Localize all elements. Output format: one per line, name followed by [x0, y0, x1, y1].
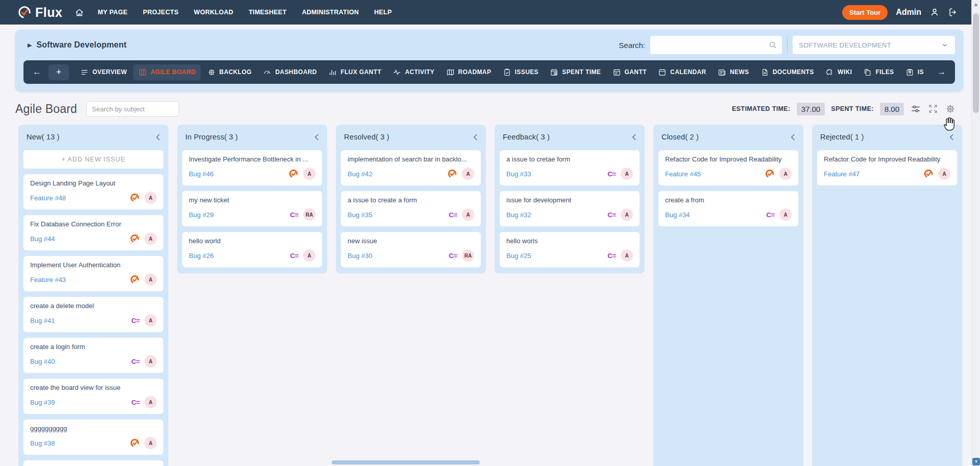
vertical-scrollbar[interactable]: ▼: [971, 0, 980, 466]
assignee-avatar[interactable]: A: [621, 249, 633, 262]
start-tour-button[interactable]: Start Tour: [842, 5, 888, 20]
filter-sliders-icon[interactable]: [910, 103, 921, 114]
breadcrumb[interactable]: ▶ Software Development: [28, 40, 127, 50]
issue-card[interactable]: create the board view for issueBug #39C=…: [23, 379, 163, 414]
collapse-column-icon[interactable]: [949, 134, 954, 141]
assignee-avatar[interactable]: A: [462, 168, 474, 180]
issue-card[interactable]: create a delete modelBug #41C=A: [23, 297, 163, 332]
tab-dashboard[interactable]: DASHBOARD: [258, 64, 322, 80]
fullscreen-icon[interactable]: [927, 103, 939, 114]
issue-card[interactable]: Fix Database Connection ErrorBug #44A: [23, 215, 163, 250]
tab-files[interactable]: FILES: [858, 64, 899, 80]
collapse-column-icon[interactable]: [156, 134, 160, 141]
issue-card[interactable]: create a fromBug #34C=A: [658, 191, 798, 226]
tabs-scroll-right-icon[interactable]: →: [935, 67, 948, 77]
issue-link[interactable]: Bug #39: [30, 399, 55, 406]
issue-link[interactable]: Bug #32: [506, 211, 531, 219]
issue-link[interactable]: Bug #33: [506, 170, 531, 178]
assignee-avatar[interactable]: RA: [462, 249, 474, 262]
add-tab-button[interactable]: +: [48, 64, 69, 80]
user-icon[interactable]: [929, 7, 940, 17]
assignee-avatar[interactable]: A: [621, 168, 633, 180]
collapse-column-icon[interactable]: [473, 134, 478, 141]
nav-item-timesheet[interactable]: TIMESHEET: [249, 9, 286, 16]
issue-link[interactable]: Bug #42: [348, 170, 372, 178]
issue-card[interactable]: Refactor Code for Improved ReadabilityFe…: [658, 150, 798, 185]
tab-roadmap[interactable]: ROADMAP: [441, 64, 497, 80]
issue-link[interactable]: Bug #46: [189, 170, 213, 178]
issue-card[interactable]: hello worlsBug #25C=A: [500, 232, 640, 267]
tab-wiki[interactable]: WIKI: [820, 64, 857, 80]
scroll-down-button[interactable]: ▼: [972, 458, 980, 465]
assignee-avatar[interactable]: A: [303, 249, 315, 262]
issue-card[interactable]: Implement User AuthenticationFeature #43…: [23, 256, 163, 291]
assignee-avatar[interactable]: A: [144, 273, 157, 286]
issue-link[interactable]: Bug #25: [506, 252, 531, 260]
assignee-avatar[interactable]: A: [144, 232, 157, 245]
assignee-avatar[interactable]: A: [779, 208, 792, 221]
issue-link[interactable]: Feature #48: [30, 194, 66, 202]
issue-card[interactable]: Design Landing Page LayoutFeature #48A: [23, 174, 163, 209]
assignee-avatar[interactable]: A: [621, 208, 633, 221]
home-icon[interactable]: [75, 8, 84, 17]
assignee-avatar[interactable]: A: [144, 355, 157, 367]
tab-overview[interactable]: OVERVIEW: [75, 64, 132, 80]
tab-documents[interactable]: DOCUMENTS: [755, 64, 819, 80]
issue-link[interactable]: Feature #43: [30, 276, 66, 284]
tab-agile-board[interactable]: AGILE BOARD: [133, 64, 201, 80]
horizontal-scrollbar-thumb[interactable]: [332, 460, 480, 464]
nav-item-projects[interactable]: PROJECTS: [143, 9, 179, 16]
vertical-scrollbar-thumb[interactable]: [973, 13, 979, 113]
issue-card[interactable]: ggggggggggBug #38A: [23, 420, 163, 455]
issue-card[interactable]: my new ticketBug #29C=RA: [182, 191, 322, 226]
assignee-avatar[interactable]: A: [779, 168, 792, 180]
scrollbar-up-arrow-icon[interactable]: [974, 3, 978, 6]
tab-gantt[interactable]: GANTT: [607, 64, 652, 80]
nav-item-help[interactable]: HELP: [374, 9, 392, 16]
username[interactable]: Admin: [896, 8, 921, 17]
issue-card[interactable]: a issue to create a formBug #35C=A: [341, 191, 481, 226]
issue-card[interactable]: implementation of search bar in backlo..…: [341, 150, 481, 185]
issue-link[interactable]: Feature #45: [665, 170, 701, 178]
assignee-avatar[interactable]: A: [462, 208, 474, 221]
nav-item-workload[interactable]: WORKLOAD: [194, 9, 233, 16]
tab-spent-time[interactable]: SPENT TIME: [545, 64, 606, 80]
issue-card[interactable]: new issueBug #30C=RA: [341, 232, 481, 267]
assignee-avatar[interactable]: A: [144, 314, 157, 327]
issue-link[interactable]: Bug #41: [30, 317, 55, 324]
logout-icon[interactable]: [948, 7, 958, 17]
assignee-avatar[interactable]: A: [303, 168, 315, 180]
issue-link[interactable]: Bug #44: [30, 235, 55, 243]
tab-issues[interactable]: ISSUES: [498, 64, 544, 80]
issue-link[interactable]: Bug #26: [189, 252, 213, 260]
global-search-input[interactable]: [650, 36, 782, 54]
issue-link[interactable]: Bug #34: [665, 211, 690, 219]
tabs-scroll-left-icon[interactable]: ←: [31, 67, 43, 77]
assignee-avatar[interactable]: A: [144, 192, 157, 204]
issue-link[interactable]: Bug #29: [189, 211, 213, 219]
tab-news[interactable]: NEWS: [713, 64, 754, 80]
assignee-avatar[interactable]: A: [938, 168, 950, 180]
nav-item-my-page[interactable]: MY PAGE: [97, 9, 128, 16]
issue-card[interactable]: Investigate Performance Bottleneck in ..…: [182, 150, 322, 185]
tab-backlog[interactable]: BACKLOG: [202, 64, 257, 80]
nav-item-administration[interactable]: ADMINISTRATION: [302, 9, 359, 16]
issue-link[interactable]: Bug #35: [348, 211, 372, 219]
issue-link[interactable]: Feature #47: [824, 170, 860, 178]
assignee-avatar[interactable]: A: [144, 396, 157, 408]
issue-link[interactable]: Bug #38: [30, 439, 55, 447]
issue-card[interactable]: Refactor Code for Improved ReadabilityFe…: [817, 150, 957, 185]
subject-search-input[interactable]: [86, 101, 179, 116]
issue-link[interactable]: Bug #40: [30, 358, 55, 365]
tab-activity[interactable]: ACTIVITY: [387, 64, 439, 80]
issue-link[interactable]: Bug #30: [348, 252, 372, 260]
app-logo[interactable]: Flux: [17, 5, 62, 20]
add-new-issue-button[interactable]: + ADD NEW ISSUE: [23, 150, 163, 169]
collapse-column-icon[interactable]: [791, 134, 795, 141]
issue-card[interactable]: a issue to cretae formBug #33C=A: [500, 150, 640, 185]
tab-calendar[interactable]: CALENDAR: [653, 64, 712, 80]
collapse-column-icon[interactable]: [632, 134, 636, 141]
tab-is[interactable]: IS: [900, 64, 929, 80]
project-select[interactable]: SOFTWARE DEVELOPMENT: [793, 36, 955, 54]
issue-card[interactable]: issue for developmentBug #32C=A: [500, 191, 640, 226]
